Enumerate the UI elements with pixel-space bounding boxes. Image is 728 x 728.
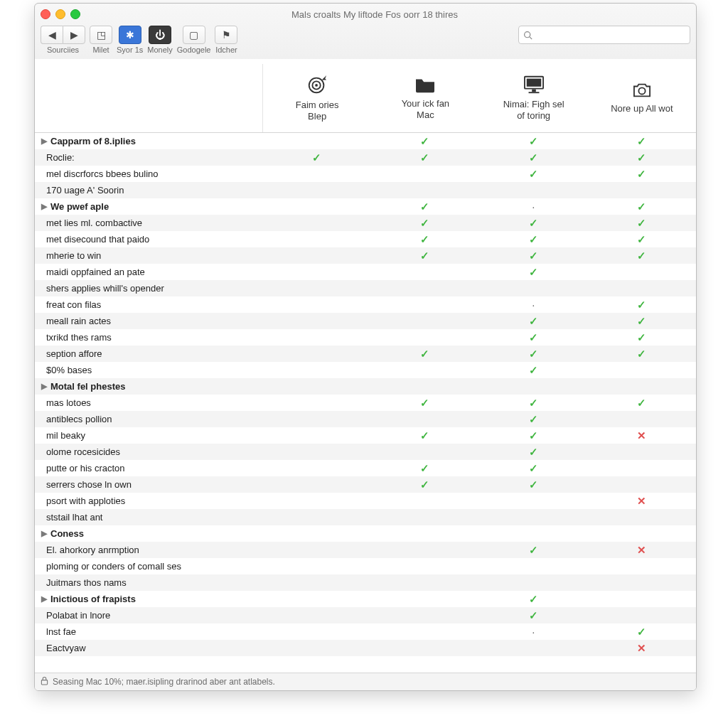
feature-row[interactable]: mas lotoes✓✓✓ <box>35 395 696 411</box>
feature-cell: ✓ <box>479 544 588 557</box>
feature-cell: ✓ <box>262 151 371 164</box>
feature-cell: ✓ <box>588 151 697 164</box>
feature-row[interactable]: serrers chose ln own✓✓ <box>35 476 696 493</box>
feature-row[interactable]: txrikd thes rams✓✓ <box>35 329 696 346</box>
feature-cell: ✓ <box>371 217 480 230</box>
feature-row[interactable]: $0% bases✓ <box>35 362 696 378</box>
col-3[interactable]: Nimai: Figh selof toring <box>480 64 588 132</box>
minimize-icon[interactable] <box>55 9 65 19</box>
feature-cell: ✓ <box>479 348 588 360</box>
feature-row[interactable]: seption affore✓✓✓ <box>35 346 696 362</box>
row-label: Roclie: <box>46 152 75 163</box>
feature-cell: ✕ <box>588 642 697 655</box>
feature-row[interactable]: mherie to win✓✓✓ <box>35 247 696 264</box>
feature-group-row[interactable]: Coness <box>35 525 696 542</box>
row-label: Motal fel phestes <box>50 381 125 392</box>
row-label: met disecound that paido <box>46 234 149 245</box>
feature-row[interactable]: maidi oppfained an pate✓ <box>35 264 696 280</box>
feature-cell: ✓ <box>371 348 480 360</box>
comparison-window: Mals croalts My liftode Fos oorr 18 thir… <box>34 3 697 691</box>
feature-row[interactable]: 170 uage A' Soorin <box>35 182 696 198</box>
feature-cell: · <box>479 626 588 638</box>
feature-row[interactable]: meall rain actes✓✓ <box>35 313 696 329</box>
folder-icon <box>414 75 436 94</box>
feature-row[interactable]: psort with apploties✕ <box>35 493 696 509</box>
svg-rect-7 <box>532 89 536 92</box>
tool-godogele-button[interactable]: ▢ <box>183 26 205 44</box>
feature-row[interactable]: olome rocesicides✓ <box>35 444 696 460</box>
row-label: meall rain actes <box>46 316 111 326</box>
nav-forward-button[interactable]: ▶ <box>63 26 85 44</box>
window-title: Mals croalts My liftode Fos oorr 18 thir… <box>87 9 690 20</box>
feature-cell: ✕ <box>588 495 697 508</box>
target-icon <box>306 74 328 95</box>
tool-syor-button[interactable]: ✱ <box>119 26 141 44</box>
feature-row[interactable]: met disecound that paido✓✓✓ <box>35 231 696 247</box>
disclosure-triangle-icon[interactable] <box>39 529 49 538</box>
column-headers: Faim oriesBlep Your ick fanMac Nimai: Fi… <box>35 64 696 133</box>
row-label: mel discrforcs bbees bulino <box>46 168 159 179</box>
feature-row[interactable]: Juitmars thos nams <box>35 574 696 591</box>
row-label: antiblecs pollion <box>46 414 112 424</box>
feature-cell: ✓ <box>588 331 697 344</box>
feature-rows: Capparm of 8.iplies✓✓✓Roclie:✓✓✓✓mel dis… <box>35 133 696 680</box>
disclosure-triangle-icon[interactable] <box>39 594 49 604</box>
disclosure-triangle-icon[interactable] <box>39 202 49 211</box>
feature-cell: ✓ <box>371 462 480 475</box>
feature-group-row[interactable]: Capparm of 8.iplies✓✓✓ <box>35 133 696 149</box>
feature-cell: ✓ <box>479 364 588 377</box>
tool-idcher-button[interactable]: ⚑ <box>215 26 237 44</box>
tool-monely-button[interactable]: ⏻ <box>149 26 171 44</box>
row-label: maidi oppfained an pate <box>46 267 145 277</box>
row-label: We pwef aple <box>50 201 109 212</box>
disclosure-triangle-icon[interactable] <box>39 136 49 146</box>
tool-milet-button[interactable]: ◳ <box>90 26 112 44</box>
row-label: olome rocesicides <box>46 446 120 457</box>
row-label: seption affore <box>46 348 102 359</box>
feature-row[interactable]: El. ahorkory anrmption✓✕ <box>35 542 696 558</box>
feature-row[interactable]: antiblecs pollion✓ <box>35 411 696 427</box>
lock-icon <box>41 676 48 687</box>
feature-group-row[interactable]: We pwef aple✓·✓ <box>35 198 696 215</box>
col-1[interactable]: Faim oriesBlep <box>263 64 371 132</box>
feature-cell: ✓ <box>479 135 588 148</box>
disclosure-triangle-icon[interactable] <box>39 382 49 391</box>
feature-row[interactable]: met lies ml. combactive✓✓✓ <box>35 215 696 231</box>
feature-group-row[interactable]: Inictious of frapists✓ <box>35 591 696 607</box>
zoom-icon[interactable] <box>70 9 80 19</box>
close-icon[interactable] <box>41 9 50 19</box>
feature-row[interactable]: mel discrforcs bbees bulino✓✓ <box>35 166 696 182</box>
row-label: Coness <box>50 528 84 539</box>
col-4[interactable]: Nore up All wot <box>588 64 696 132</box>
feature-group-row[interactable]: Motal fel phestes <box>35 378 696 395</box>
feature-row[interactable]: putte or his cracton✓✓ <box>35 460 696 476</box>
feature-cell: ✓ <box>588 348 697 360</box>
feature-cell: ✓ <box>479 478 588 491</box>
feature-cell: ✓ <box>371 478 480 491</box>
row-label: Juitmars thos nams <box>46 577 127 588</box>
col-2[interactable]: Your ick fanMac <box>371 64 479 132</box>
feature-row[interactable]: Roclie:✓✓✓✓ <box>35 149 696 166</box>
feature-row[interactable]: ploming or conders of comall ses <box>35 558 696 574</box>
feature-cell: ✓ <box>371 135 480 148</box>
feature-row[interactable]: mil beaky✓✓✕ <box>35 427 696 444</box>
search-input[interactable] <box>518 26 690 44</box>
row-label: mherie to win <box>46 250 101 261</box>
row-label: txrikd thes rams <box>46 332 112 343</box>
titlebar: Mals croalts My liftode Fos oorr 18 thir… <box>35 4 696 23</box>
feature-row[interactable]: Polabat in lnore✓ <box>35 607 696 623</box>
row-label: Capparm of 8.iplies <box>50 136 136 146</box>
feature-row[interactable]: freat con filas·✓ <box>35 296 696 313</box>
nav-back-button[interactable]: ◀ <box>41 26 63 44</box>
feature-cell: ✓ <box>479 217 588 230</box>
row-label: mas lotoes <box>46 397 91 408</box>
feature-cell: ✓ <box>371 233 480 246</box>
feature-cell: ✓ <box>588 200 697 213</box>
feature-row[interactable]: ststail lhat ant <box>35 509 696 525</box>
row-label: shers applies whill's opender <box>46 283 164 294</box>
feature-row[interactable]: lnst fae·✓ <box>35 623 696 640</box>
feature-cell: ✓ <box>479 266 588 279</box>
feature-row[interactable]: Eactvyaw✕ <box>35 640 696 656</box>
feature-row[interactable]: shers applies whill's opender <box>35 280 696 296</box>
feature-cell: ✓ <box>588 299 697 311</box>
